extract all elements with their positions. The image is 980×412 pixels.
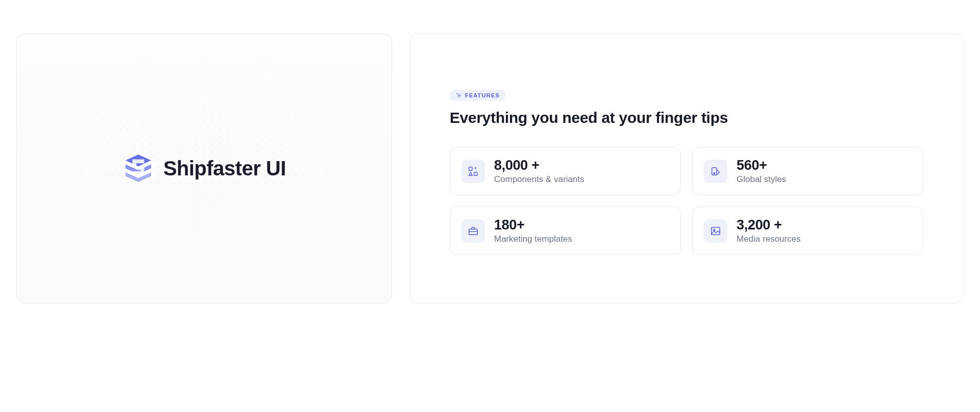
shapes-icon bbox=[461, 160, 485, 183]
stat-label: Components & variants bbox=[494, 174, 584, 185]
brand-name: Shipfaster UI bbox=[163, 157, 286, 180]
stat-text: 180+ Marketing templates bbox=[494, 217, 572, 244]
stat-card-styles: 560+ Global styles bbox=[692, 147, 923, 195]
briefcase-icon bbox=[461, 219, 485, 243]
stat-value: 8,000 + bbox=[494, 158, 584, 173]
svg-rect-5 bbox=[712, 227, 720, 235]
section-badge: FEATURES bbox=[450, 90, 506, 101]
stat-value: 3,200 + bbox=[737, 217, 801, 233]
stat-text: 8,000 + Components & variants bbox=[494, 158, 584, 185]
stat-label: Global styles bbox=[737, 174, 786, 185]
stat-value: 180+ bbox=[494, 217, 572, 233]
stat-card-components: 8,000 + Components & variants bbox=[450, 147, 681, 195]
swatch-icon bbox=[704, 160, 727, 183]
brand-logo-block: Shipfaster UI bbox=[122, 153, 286, 183]
section-headline: Everything you need at your finger tips bbox=[450, 109, 923, 126]
svg-rect-1 bbox=[474, 172, 477, 175]
svg-point-3 bbox=[714, 172, 715, 173]
stat-value: 560+ bbox=[737, 158, 786, 173]
section-badge-label: FEATURES bbox=[465, 92, 500, 98]
svg-rect-4 bbox=[469, 229, 478, 235]
cursor-click-icon bbox=[456, 92, 462, 98]
stat-text: 3,200 + Media resources bbox=[737, 217, 801, 244]
brand-logo-mark-icon bbox=[122, 153, 154, 183]
stat-text: 560+ Global styles bbox=[737, 158, 786, 185]
features-panel: FEATURES Everything you need at your fin… bbox=[409, 33, 964, 303]
stat-label: Media resources bbox=[737, 234, 801, 244]
stat-card-media: 3,200 + Media resources bbox=[692, 207, 923, 255]
stat-card-templates: 180+ Marketing templates bbox=[450, 207, 681, 255]
image-icon bbox=[704, 219, 727, 243]
stats-grid: 8,000 + Components & variants 560+ Globa… bbox=[450, 147, 923, 255]
stat-label: Marketing templates bbox=[494, 234, 572, 244]
svg-rect-0 bbox=[469, 167, 472, 170]
brand-panel: Shipfaster UI bbox=[16, 33, 392, 303]
